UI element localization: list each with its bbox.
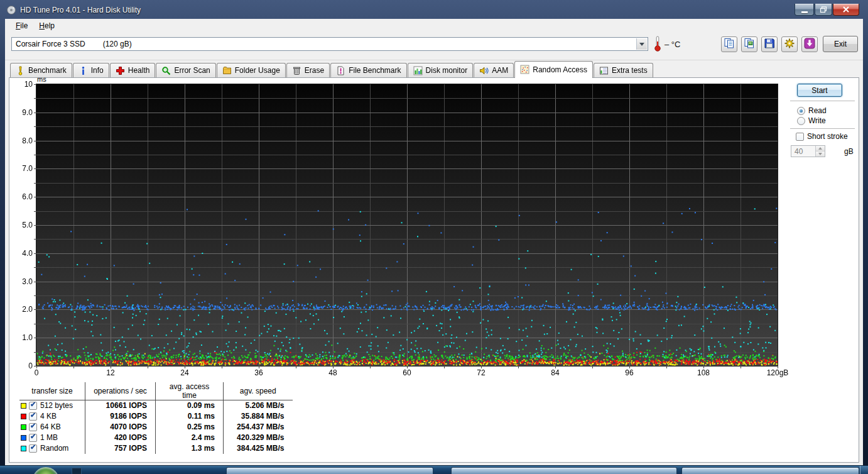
y-axis-tick (34, 295, 36, 296)
tab-random-access[interactable]: Random Access (514, 61, 593, 78)
benchmark-icon (16, 66, 25, 75)
ops-value: 757 IOPS (85, 443, 156, 454)
separator (790, 128, 855, 130)
series-checkbox[interactable]: ✔ (29, 423, 37, 431)
results-table: transfer sizeoperations / secavg. access… (19, 382, 293, 454)
series-checkbox[interactable]: ✔ (29, 434, 37, 442)
drive-name: Corsair Force 3 SSD (16, 40, 85, 48)
taskbar-icon[interactable] (72, 468, 82, 474)
taskbar (0, 465, 868, 474)
tab-error-scan[interactable]: Error Scan (156, 63, 215, 77)
save-button[interactable] (761, 36, 778, 52)
x-axis-label: 96 (615, 368, 644, 377)
x-axis-label: 120gB (763, 368, 792, 377)
short-stroke-checkbox[interactable]: Short stroke (793, 132, 848, 141)
series-color-swatch (21, 414, 26, 419)
ops-value: 9186 IOPS (85, 411, 156, 422)
tab-label: File Benchmark (349, 66, 401, 75)
tab-health[interactable]: Health (110, 63, 156, 77)
taskbar-button[interactable] (226, 467, 433, 474)
tab-extra-tests[interactable]: Extra tests (594, 63, 653, 77)
series-color-swatch (21, 403, 26, 409)
minimize-button[interactable] (795, 4, 814, 16)
column-header-transfer-size: transfer size (19, 382, 85, 400)
y-axis-tick (34, 282, 36, 282)
y-axis-tick (34, 197, 36, 197)
table-row: ✔Random757 IOPS1.3 ms384.425 MB/s (19, 443, 293, 454)
close-button[interactable] (833, 4, 859, 16)
copy-text-button[interactable] (721, 36, 737, 52)
show-desktop-button[interactable] (860, 466, 868, 474)
radio-icon (797, 107, 805, 115)
copy-image-button[interactable] (741, 36, 757, 52)
write-radio[interactable]: Write (797, 116, 826, 125)
ops-value: 10661 IOPS (85, 400, 156, 411)
y-axis-label: 2.0 (11, 305, 33, 314)
tab-file-benchmark[interactable]: File Benchmark (330, 63, 406, 77)
column-header-avg-access-time: avg. access time (156, 382, 224, 400)
x-axis-label: 72 (467, 368, 496, 377)
tab-label: Random Access (533, 65, 587, 74)
taskbar-button[interactable] (451, 467, 677, 474)
y-axis-label: 7.0 (11, 164, 33, 173)
screen: HD Tune Pro 4.01 - Hard Disk Utility Fil… (0, 0, 868, 474)
error-scan-icon (161, 66, 171, 75)
x-axis-label: 36 (244, 368, 273, 377)
start-orb[interactable] (33, 467, 59, 474)
info-icon (79, 66, 88, 75)
x-axis-tick (741, 366, 741, 368)
y-axis-tick (34, 225, 36, 226)
series-checkbox[interactable]: ✔ (29, 412, 37, 421)
read-radio[interactable]: Read (797, 106, 827, 115)
taskbar-button[interactable] (681, 467, 859, 474)
y-axis-tick (34, 113, 36, 113)
x-axis-tick (592, 366, 593, 368)
spinner-down-button[interactable] (816, 151, 825, 157)
spinner-up-button[interactable] (816, 146, 825, 151)
x-axis-label: 12 (96, 368, 125, 377)
x-axis-tick (518, 366, 519, 368)
short-stroke-size-field[interactable]: 40 (791, 145, 825, 157)
access-time-value: 0.11 ms (156, 411, 224, 422)
restore-button[interactable] (815, 4, 832, 16)
download-button[interactable] (801, 36, 818, 52)
title-bar: HD Tune Pro 4.01 - Hard Disk Utility (0, 0, 868, 19)
tab-benchmark[interactable]: Benchmark (10, 63, 72, 77)
tab-folder-usage[interactable]: Folder Usage (217, 63, 286, 77)
tab-label: Erase (305, 66, 324, 75)
close-icon (843, 6, 849, 13)
y-axis-tick (34, 309, 36, 310)
start-button[interactable]: Start (797, 84, 842, 97)
y-axis-label: 8.0 (11, 136, 33, 145)
column-header-agv-speed: agv. speed (224, 382, 293, 400)
chevron-down-icon[interactable] (636, 38, 647, 50)
menu-file[interactable]: File (10, 19, 33, 32)
window-title: HD Tune Pro 4.01 - Hard Disk Utility (20, 6, 141, 14)
tab-disk-monitor[interactable]: Disk monitor (408, 63, 474, 77)
series-checkbox[interactable]: ✔ (29, 402, 37, 410)
menu-help[interactable]: Help (33, 19, 60, 32)
x-axis-label: 24 (170, 368, 199, 377)
tab-erase[interactable]: Erase (286, 63, 330, 77)
y-axis-tick (34, 84, 36, 85)
series-color-swatch (21, 435, 26, 441)
random-access-chart: ms 109.08.07.06.05.04.03.02.01.000122436… (36, 84, 778, 366)
tab-aam[interactable]: AAM (474, 63, 514, 77)
options-gear-button[interactable] (781, 36, 798, 52)
x-axis-label: 48 (318, 368, 347, 377)
erase-icon (292, 66, 301, 75)
series-checkbox[interactable]: ✔ (29, 444, 37, 453)
y-axis-tick (34, 126, 36, 127)
exit-button[interactable]: Exit (823, 36, 858, 52)
extra-tests-icon (599, 66, 609, 75)
speed-value: 384.425 MB/s (224, 443, 293, 454)
x-axis-tick (444, 366, 445, 368)
separator (790, 101, 855, 102)
x-axis-tick (370, 366, 371, 368)
save-icon (764, 38, 775, 52)
y-axis-tick (34, 253, 36, 254)
tab-info[interactable]: Info (73, 63, 109, 77)
drive-size: (120 gB) (103, 40, 132, 48)
series-color-swatch (21, 446, 26, 451)
drive-select[interactable]: Corsair Force 3 SSD (120 gB) (11, 37, 648, 51)
